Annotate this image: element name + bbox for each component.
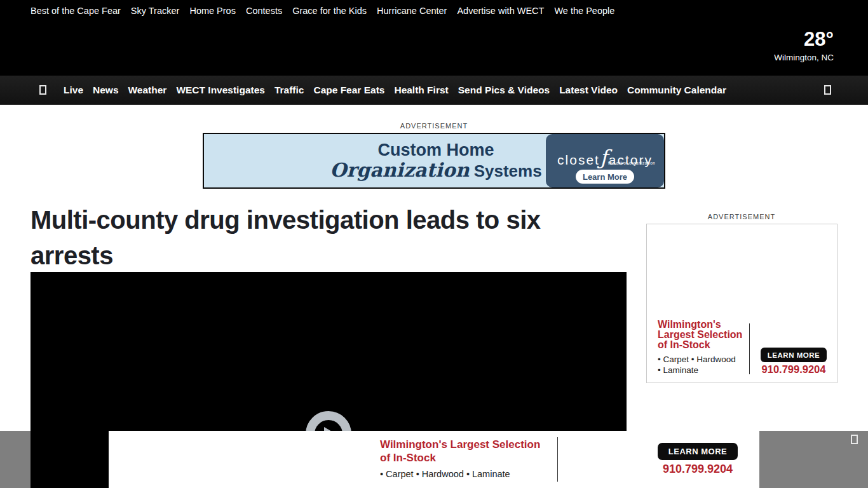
search-icon[interactable] (824, 85, 831, 95)
brand-f-glyph: ƒ (600, 146, 609, 170)
top-ad-line2-plain: Systems (469, 161, 541, 180)
nav-item-health-first[interactable]: Health First (394, 85, 448, 96)
top-ad-learn-more-button[interactable]: Learn More (576, 170, 634, 184)
closet-factory-logo: closetƒactory (546, 146, 664, 170)
sidebar-ad-learn-more-button[interactable]: LEARN MORE (761, 348, 827, 362)
top-link-we-the-people[interactable]: We the People (554, 6, 614, 16)
top-link-advertise[interactable]: Advertise with WECT (457, 6, 544, 16)
nav-item-news[interactable]: News (93, 85, 119, 96)
top-ad-label: ADVERTISEMENT (370, 122, 498, 130)
top-banner-ad[interactable]: Custom Home Organization Systems closetƒ… (203, 133, 665, 189)
nav-item-send-pics-videos[interactable]: Send Pics & Videos (458, 85, 550, 96)
page-title: Multi-county drug investigation leads to… (31, 202, 590, 273)
nav-item-latest-video[interactable]: Latest Video (559, 85, 618, 96)
primary-nav: Live News Weather WECT Investigates Traf… (0, 76, 868, 105)
top-link-hurricane-center[interactable]: Hurricane Center (377, 6, 447, 16)
menu-icon[interactable] (39, 85, 46, 95)
top-link-home-pros[interactable]: Home Pros (189, 6, 236, 16)
brand-pre: closet (557, 152, 600, 167)
nav-item-live[interactable]: Live (64, 85, 83, 96)
bottom-ad-heading-line2: of In-Stock (380, 451, 540, 464)
closet-factory-tagline: the art of organization (608, 161, 655, 165)
nav-item-traffic[interactable]: Traffic (275, 85, 304, 96)
weather-location: Wilmington, NC (774, 53, 834, 62)
close-icon[interactable] (851, 435, 858, 444)
top-link-best-of-cape-fear[interactable]: Best of the Cape Fear (31, 6, 121, 16)
sidebar-ad[interactable]: Wilmington's Largest Selection of In-Sto… (646, 224, 837, 383)
bottom-ad-heading: Wilmington's Largest Selection of In-Sto… (380, 438, 540, 464)
sidebar-ad-heading: Wilmington's Largest Selection of In-Sto… (658, 320, 742, 350)
bottom-ad-learn-more-button[interactable]: LEARN MORE (658, 443, 738, 460)
closet-factory-panel: closetƒactory the art of organization Le… (546, 134, 664, 187)
top-banner-ad-text: Custom Home Organization Systems (312, 140, 560, 184)
sidebar-ad-heading-line2: Largest Selection (658, 330, 742, 340)
top-link-sky-tracker[interactable]: Sky Tracker (131, 6, 180, 16)
nav-item-wect-investigates[interactable]: WECT Investigates (176, 85, 265, 96)
bottom-ad-heading-line1: Wilmington's Largest Selection (380, 438, 540, 451)
top-links-bar: Best of the Cape Fear Sky Tracker Home P… (0, 0, 868, 21)
sidebar-ad-heading-line3: of In-Stock (658, 340, 742, 350)
sidebar-ad-bullets-line1: • Carpet • Hardwood (658, 354, 736, 365)
sidebar-ad-divider (749, 323, 750, 374)
bottom-ad-phone: 910.799.9204 (658, 463, 738, 476)
sidebar-ad-label: ADVERTISEMENT (678, 213, 805, 220)
weather-widget[interactable]: 28° Wilmington, NC (774, 29, 834, 62)
nav-item-weather[interactable]: Weather (128, 85, 167, 96)
top-link-grace-for-the-kids[interactable]: Grace for the Kids (292, 6, 367, 16)
nav-item-community-calendar[interactable]: Community Calendar (627, 85, 726, 96)
sidebar-ad-bullets-line2: • Laminate (658, 365, 736, 376)
bottom-banner-ad[interactable]: Wilmington's Largest Selection of In-Sto… (109, 431, 759, 488)
bottom-ad-bullets: • Carpet • Hardwood • Laminate (380, 469, 510, 479)
sticky-ad-overlay: Wilmington's Largest Selection of In-Sto… (0, 431, 868, 488)
bottom-ad-divider (557, 437, 558, 482)
sidebar-ad-bullets: • Carpet • Hardwood • Laminate (658, 354, 736, 376)
top-link-contests[interactable]: Contests (246, 6, 282, 16)
top-ad-line1: Custom Home (312, 140, 560, 159)
top-ad-line2-script: Organization (330, 159, 469, 181)
sidebar-ad-heading-line1: Wilmington's (658, 320, 742, 330)
site-header: 28° Wilmington, NC (0, 21, 868, 76)
temperature: 28° (774, 29, 834, 50)
top-ad-line2: Organization Systems (312, 159, 560, 184)
nav-item-cape-fear-eats[interactable]: Cape Fear Eats (313, 85, 384, 96)
sidebar-ad-phone: 910.799.9204 (756, 363, 831, 376)
